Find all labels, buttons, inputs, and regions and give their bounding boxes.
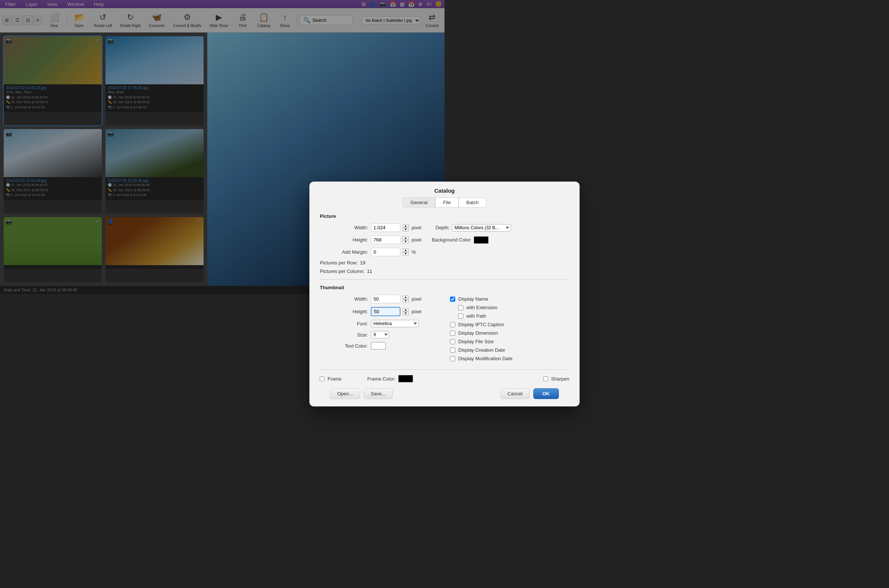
- height-label: Height:: [320, 237, 368, 243]
- width-decrement[interactable]: ▼: [403, 228, 409, 231]
- per-row-value: 19: [360, 260, 365, 266]
- per-row-row: Pictures per Row: 19: [320, 260, 444, 266]
- height-stepper[interactable]: ▲ ▼: [403, 236, 409, 244]
- height-input[interactable]: [371, 236, 400, 244]
- per-col-label: Pictures per Column:: [320, 268, 364, 274]
- modal-tabs: General File Batch: [310, 198, 444, 207]
- width-input[interactable]: [371, 224, 400, 232]
- width-increment[interactable]: ▲: [403, 224, 409, 228]
- per-row-label: Pictures per Row:: [320, 260, 358, 266]
- depth-label: Depth:: [436, 225, 444, 230]
- bg-color-wrapper: Background Color:: [432, 236, 444, 244]
- modal-overlay: Catalog General File Batch Picture Width…: [0, 0, 444, 294]
- per-col-row: Pictures per Column: 11: [320, 268, 444, 274]
- height-decrement[interactable]: ▼: [403, 240, 409, 244]
- thumbnail-section-label: Thumbnail: [320, 285, 444, 290]
- margin-decrement[interactable]: ▼: [403, 252, 409, 256]
- catalog-dialog: Catalog General File Batch Picture Width…: [310, 182, 444, 294]
- picture-section-label: Picture: [320, 213, 444, 219]
- height-increment[interactable]: ▲: [403, 236, 409, 240]
- width-row: Width: ▲ ▼ pixel Depth: Millions Colors …: [320, 224, 444, 232]
- tab-file[interactable]: File: [435, 198, 444, 207]
- height-row: Height: ▲ ▼ pixel Background Color:: [320, 236, 444, 244]
- width-label: Width:: [320, 225, 368, 230]
- modal-title: Catalog: [310, 182, 444, 198]
- width-unit: pixel: [412, 225, 421, 230]
- width-stepper[interactable]: ▲ ▼: [403, 224, 409, 231]
- section-divider-1: [320, 279, 444, 280]
- margin-row: Add Margin: ▲ ▼ %: [320, 248, 444, 256]
- margin-label: Add Margin:: [320, 249, 368, 255]
- depth-wrapper: Depth: Millions Colors (32 B...: [436, 224, 444, 231]
- height-unit: pixel: [412, 237, 421, 243]
- tab-general[interactable]: General: [403, 198, 435, 207]
- margin-input[interactable]: [371, 248, 400, 256]
- bg-color-label: Background Color:: [432, 237, 444, 243]
- margin-stepper[interactable]: ▲ ▼: [403, 249, 409, 256]
- per-col-value: 11: [367, 268, 372, 274]
- modal-body: Picture Width: ▲ ▼ pixel Depth: Millions…: [310, 213, 444, 294]
- margin-unit: %: [412, 249, 416, 255]
- margin-increment[interactable]: ▲: [403, 249, 409, 252]
